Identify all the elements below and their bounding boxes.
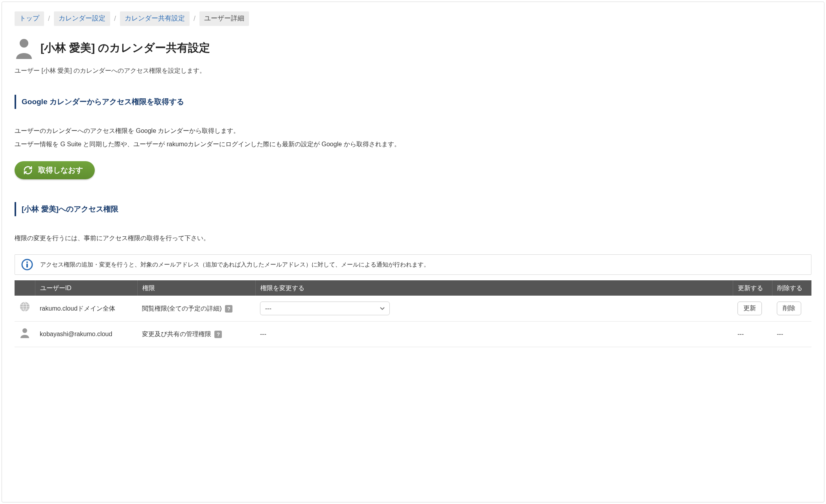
user-avatar-icon [15, 37, 33, 59]
breadcrumb-link[interactable]: カレンダー設定 [59, 15, 105, 22]
info-text: アクセス権限の追加・変更を行うと、対象のメールアドレス（追加であれば入力したメー… [40, 259, 430, 270]
breadcrumb-item-calendar-settings[interactable]: カレンダー設定 [54, 11, 110, 26]
breadcrumb-item-user-detail: ユーザー詳細 [199, 11, 249, 26]
breadcrumb-separator: / [48, 13, 50, 25]
section-heading-fetch: Google カレンダーからアクセス権限を取得する [15, 95, 811, 109]
page-subtitle: ユーザー [小林 愛美] のカレンダーへのアクセス権限を設定します。 [15, 65, 811, 76]
person-icon [20, 333, 30, 339]
breadcrumb: トップ / カレンダー設定 / カレンダー共有設定 / ユーザー詳細 [15, 11, 811, 26]
refetch-button[interactable]: 取得しなおす [15, 161, 95, 179]
refresh-icon [23, 166, 33, 175]
svg-point-5 [22, 328, 27, 333]
permission-text: 変更及び共有の管理権限 [142, 331, 211, 337]
table-row: kobayashi@rakumo.cloud 変更及び共有の管理権限 ? ---… [15, 321, 811, 347]
table-header-user-id: ユーザーID [35, 280, 137, 296]
update-button[interactable]: 更新 [738, 302, 762, 315]
permission-select[interactable]: --- [260, 302, 390, 315]
change-placeholder: --- [260, 331, 266, 337]
breadcrumb-link[interactable]: トップ [19, 15, 39, 22]
breadcrumb-item-calendar-share-settings[interactable]: カレンダー共有設定 [120, 11, 190, 26]
breadcrumb-item-top[interactable]: トップ [15, 11, 44, 26]
globe-icon [19, 307, 30, 313]
delete-button[interactable]: 削除 [777, 302, 801, 315]
info-banner: アクセス権限の追加・変更を行うと、対象のメールアドレス（追加であれば入力したメー… [15, 254, 811, 275]
svg-point-2 [26, 261, 28, 263]
svg-rect-3 [26, 264, 28, 268]
section-heading-access: [小林 愛美]へのアクセス権限 [15, 202, 811, 216]
refetch-button-label: 取得しなおす [38, 165, 83, 175]
cell-user-id: kobayashi@rakumo.cloud [35, 321, 137, 347]
table-row: rakumo.cloudドメイン全体 閲覧権限(全ての予定の詳細) ? --- … [15, 296, 811, 321]
cell-permission: 閲覧権限(全ての予定の詳細) ? [137, 296, 255, 321]
fetch-desc-2: ユーザー情報を G Suite と同期した際や、ユーザーが rakumoカレンダ… [15, 139, 811, 149]
access-desc: 権限の変更を行うには、事前にアクセス権限の取得を行って下さい。 [15, 233, 811, 243]
fetch-desc-1: ユーザーのカレンダーへのアクセス権限を Google カレンダーから取得します。 [15, 125, 811, 136]
page-title: [小林 愛美] のカレンダー共有設定 [41, 39, 210, 57]
help-icon[interactable]: ? [225, 305, 232, 313]
cell-user-id: rakumo.cloudドメイン全体 [35, 296, 137, 321]
permission-text: 閲覧権限(全ての予定の詳細) [142, 305, 222, 312]
table-header-update: 更新する [733, 280, 772, 296]
table-header-change: 権限を変更する [255, 280, 733, 296]
breadcrumb-separator: / [194, 13, 195, 25]
help-icon[interactable]: ? [214, 331, 222, 338]
cell-permission: 変更及び共有の管理権限 ? [137, 321, 255, 347]
table-header-icon [15, 280, 35, 296]
delete-placeholder: --- [777, 331, 783, 337]
update-placeholder: --- [738, 331, 744, 337]
info-icon [21, 259, 33, 270]
breadcrumb-link[interactable]: カレンダー共有設定 [125, 15, 185, 22]
table-header-permission: 権限 [137, 280, 255, 296]
breadcrumb-separator: / [114, 13, 116, 25]
table-header-delete: 削除する [772, 280, 811, 296]
permissions-table: ユーザーID 権限 権限を変更する 更新する 削除する [15, 280, 811, 347]
svg-point-0 [20, 39, 28, 48]
